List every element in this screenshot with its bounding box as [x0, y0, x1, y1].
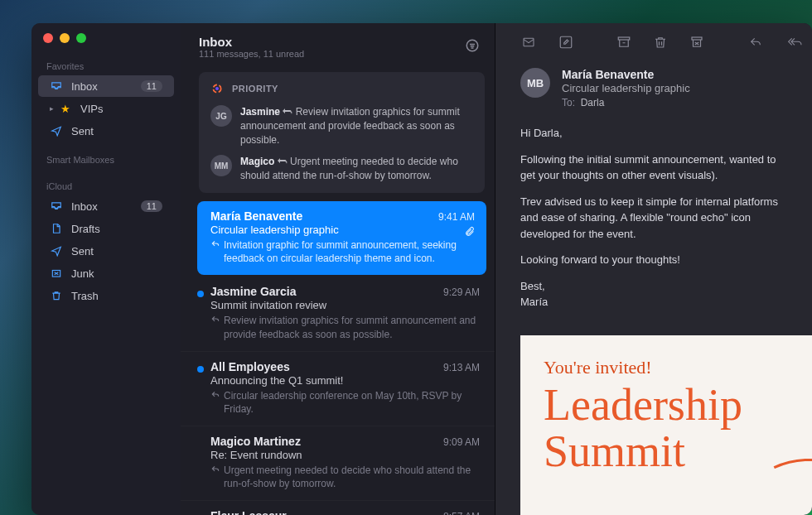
message-sender: Magico Martinez [210, 435, 301, 448]
email-paragraph: Following the initial summit announcemen… [520, 152, 792, 184]
unread-dot [197, 366, 204, 373]
sidebar-item-label: Sent [71, 245, 162, 258]
email-header: MB María Benavente Circular leadership g… [495, 61, 812, 120]
message-list: Inbox 111 messages, 11 unread PRIORITY J… [181, 23, 495, 515]
icloud-item-drafts[interactable]: Drafts [38, 218, 174, 239]
message-preview: Circular leadership conference on May 10… [210, 389, 480, 416]
email-paragraph: Looking forward to your thoughts! [520, 252, 792, 268]
message-row[interactable]: Fleur Lasseur8:57 AMStrategy deck v5Meet… [181, 501, 495, 515]
priority-section: PRIORITY JGJasmine ⮪ Review invitation g… [199, 72, 485, 193]
minimize-window-button[interactable] [60, 33, 70, 43]
favorites-item-vips[interactable]: ▸★VIPs [38, 98, 174, 119]
sidebar-item-label: VIPs [80, 103, 162, 115]
unread-badge: 11 [141, 200, 162, 212]
reply-all-icon[interactable] [785, 35, 804, 50]
sidebar-item-label: Trash [71, 290, 162, 302]
email-paragraph: Trev advised us to keep it simple for in… [520, 194, 792, 243]
priority-text: Jasmine ⮪ Review invitation graphics for… [240, 105, 473, 147]
icloud-item-sent[interactable]: Sent [38, 240, 174, 262]
trash-icon[interactable] [653, 35, 668, 50]
archive-icon[interactable] [616, 35, 631, 50]
favorites-item-inbox[interactable]: Inbox11 [38, 75, 174, 97]
inbox-icon [50, 200, 63, 213]
message-sender: María Benavente [210, 209, 302, 223]
list-title: Inbox [199, 35, 304, 49]
icloud-item-inbox[interactable]: Inbox11 [38, 195, 174, 217]
message-sender: Fleur Lasseur [210, 509, 287, 515]
svg-rect-6 [618, 37, 630, 40]
icloud-item-junk[interactable]: Junk [38, 262, 174, 284]
message-preview: Review invitation graphics for summit an… [210, 314, 480, 340]
invitation-graphic: You're invited! Leadership Summit [520, 335, 812, 516]
trash-icon [50, 289, 63, 302]
message-sender: All Employees [210, 360, 290, 373]
sent-icon [50, 124, 63, 137]
svg-rect-7 [692, 37, 702, 40]
sidebar-item-label: Inbox [71, 80, 133, 93]
email-to: To: Darla [562, 97, 690, 108]
sidebar-item-label: Junk [71, 267, 162, 280]
sidebar-item-label: Inbox [71, 200, 133, 213]
envelope-icon[interactable] [520, 35, 537, 50]
favorites-item-sent[interactable]: Sent [38, 120, 174, 142]
message-time: 9:09 AM [443, 436, 480, 448]
icloud-header: iCloud [31, 178, 181, 195]
icloud-item-trash[interactable]: Trash [38, 285, 174, 306]
email-paragraph: Hi Darla, [520, 125, 792, 142]
message-row[interactable]: Jasmine Garcia9:29 AMSummit invitation r… [181, 277, 495, 351]
unread-badge: 11 [141, 80, 162, 92]
star-icon: ★ [59, 102, 72, 115]
drafts-icon [50, 222, 63, 235]
message-preview: Invitation graphic for summit announceme… [210, 238, 475, 265]
message-time: 8:57 AM [443, 511, 480, 515]
svg-rect-4 [524, 38, 534, 46]
priority-text: Magico ⮪ Urgent meeting needed to decide… [240, 155, 473, 183]
message-preview: Urgent meeting needed to decide who shou… [210, 464, 480, 490]
invite-subtitle: You're invited! [544, 357, 789, 378]
close-window-button[interactable] [43, 33, 53, 43]
sidebar-item-label: Drafts [71, 223, 162, 235]
svg-rect-5 [560, 36, 572, 48]
email-paragraph: Best,María [520, 278, 792, 310]
message-row[interactable]: Magico Martinez9:09 AMRe: Event rundownU… [181, 426, 495, 501]
message-time: 9:13 AM [443, 362, 480, 373]
favorites-header: Favorites [31, 58, 181, 75]
message-subject: Summit invitation review [210, 299, 480, 311]
sidebar: Favorites Inbox11▸★VIPsSent Smart Mailbo… [31, 23, 181, 515]
sent-icon [50, 244, 63, 258]
message-subject: Announcing the Q1 summit! [210, 374, 480, 387]
reader-toolbar [495, 23, 812, 61]
maximize-window-button[interactable] [76, 33, 86, 43]
message-row[interactable]: María Benavente9:41 AMCircular leadershi… [197, 201, 486, 275]
email-from: María Benavente [562, 68, 690, 81]
email-body: Hi Darla,Following the initial summit an… [495, 120, 812, 335]
email-subject: Circular leadership graphic [562, 82, 690, 94]
inbox-icon [50, 79, 63, 93]
window-controls [31, 33, 181, 58]
reply-icon[interactable] [747, 35, 764, 50]
sidebar-item-label: Sent [71, 125, 162, 137]
message-subject: Re: Event rundown [210, 449, 480, 461]
message-time: 9:41 AM [438, 211, 475, 223]
unread-dot [197, 291, 204, 297]
priority-item[interactable]: JGJasmine ⮪ Review invitation graphics f… [210, 105, 473, 147]
avatar: MM [210, 155, 232, 176]
avatar: JG [210, 105, 232, 127]
priority-icon [210, 82, 224, 95]
compose-icon[interactable] [558, 35, 573, 50]
message-scroll[interactable]: María Benavente9:41 AMCircular leadershi… [181, 201, 495, 515]
list-subtitle: 111 messages, 11 unread [199, 49, 304, 59]
filter-icon[interactable] [465, 38, 480, 56]
priority-label: PRIORITY [232, 84, 278, 94]
reading-pane: MB María Benavente Circular leadership g… [495, 23, 812, 515]
junk-icon[interactable] [689, 35, 704, 50]
priority-item[interactable]: MMMagico ⮪ Urgent meeting needed to deci… [210, 155, 473, 183]
message-subject: Circular leadership graphic [210, 224, 475, 236]
smart-mailboxes-header: Smart Mailboxes [31, 152, 181, 168]
junk-icon [50, 267, 63, 280]
message-sender: Jasmine Garcia [210, 285, 297, 298]
invite-title: Leadership Summit [544, 382, 789, 475]
message-row[interactable]: All Employees9:13 AMAnnouncing the Q1 su… [181, 352, 495, 426]
sender-avatar: MB [520, 68, 550, 98]
svg-point-3 [215, 87, 219, 90]
